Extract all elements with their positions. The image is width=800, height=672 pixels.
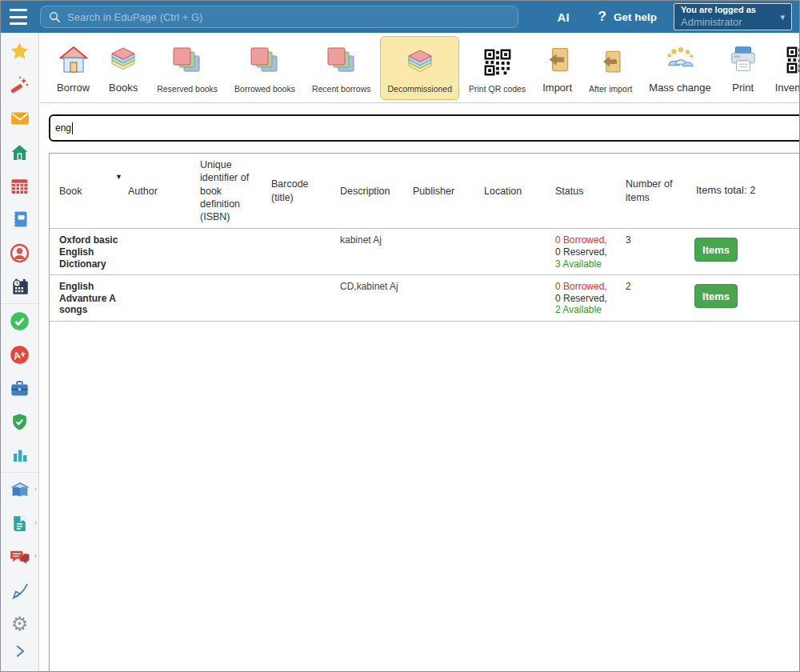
status-available: 2 Available [555,304,602,315]
open-book-icon [9,480,31,500]
gear-icon: ⚙ [11,614,29,634]
sidebar-item-approvals[interactable] [1,304,38,338]
sidebar-item-agenda[interactable] [1,371,38,405]
qr-code-icon [482,47,513,78]
toolbar-item-label: Recent borrows [312,84,371,94]
sidebar-item-chat[interactable]: › [1,540,38,574]
toolbar-item-label: Books [109,82,138,94]
person-circle-icon [9,242,30,264]
sidebar-expand-button[interactable] [1,641,38,662]
sidebar-item-star[interactable] [1,34,38,68]
table-header-row: Book ▼ Author Unique identifier of book … [50,154,800,229]
column-header-location: Location [474,154,546,228]
ai-button[interactable]: AI [558,10,570,24]
toolbar-item-label: Decommissioned [387,84,452,94]
toolbar-item-reserved-books[interactable]: Reserved books [150,36,225,100]
toolbar-item-import[interactable]: Import [535,36,579,100]
sidebar-item-home[interactable] [1,135,38,169]
toolbar-item-print-qr-codes[interactable]: Print QR codes [462,36,533,100]
calendar-clock-icon [10,276,30,297]
cell-book: English Advanture A songs [50,275,118,321]
column-header-publisher: Publisher [403,154,474,228]
toolbar-item-books[interactable]: Books [99,36,147,100]
cell-description: kabinet Aj [330,229,403,274]
speech-bubbles-icon [9,547,30,567]
bar-chart-icon [10,446,30,465]
sidebar-item-library[interactable]: › [1,473,38,506]
toolbar-item-borrow[interactable]: Borrow [50,36,97,100]
cell-barcode [262,229,330,274]
get-help-button[interactable]: Get help [614,11,657,23]
sidebar-item-control[interactable] [1,405,38,438]
column-header-isbn: Unique identifier of book definition (IS… [190,154,262,228]
cell-action: Items [686,275,800,321]
search-icon [49,11,61,23]
qr-code-icon [785,45,800,75]
global-search-input[interactable]: Search in EduPage (Ctrl + G) [40,6,518,28]
cell-isbn [190,229,262,274]
toolbar-item-inventories[interactable]: Inventories [768,36,800,100]
content-area: eng Book ▼ Author Unique identifier of b… [39,103,800,672]
filter-value: eng [55,122,71,134]
edupage-window: Search in EduPage (Ctrl + G) AI ? Get he… [0,0,800,672]
sidebar-item-plan[interactable] [1,270,38,303]
stacked-cards-icon [171,46,203,78]
menu-icon[interactable] [10,9,30,25]
house-icon [58,44,90,76]
sidebar-item-wizard[interactable] [1,68,38,102]
cell-location [474,275,546,321]
cell-isbn [190,275,262,321]
toolbar-item-print[interactable]: Print [721,36,766,100]
user-menu[interactable]: You are logged as Administrator ▾ [674,3,792,30]
sidebar-item-signature[interactable] [1,574,38,607]
items-button[interactable]: Items [694,284,738,308]
help-question-icon[interactable]: ? [598,9,606,25]
sidebar-item-documents[interactable]: › [1,506,38,540]
toolbar-item-mass-change[interactable]: Mass change [642,36,718,100]
sidebar-item-timetable[interactable] [1,169,38,202]
column-header-book[interactable]: Book ▼ [50,154,118,228]
sidebar-item-statistics[interactable] [1,438,38,472]
status-reserved: 0 Reserved, [555,293,607,304]
toolbar-item-borrowed-books[interactable]: Borrowed books [227,36,302,100]
toolbar-item-decommissioned[interactable]: Decommissioned [380,36,459,100]
toolbar-item-recent-borrows[interactable]: Recent borrows [305,36,378,100]
status-borrowed: 0 Borrowed, [555,281,607,292]
search-placeholder: Search in EduPage (Ctrl + G) [67,11,202,23]
sidebar-item-teacher[interactable] [1,236,38,270]
cell-status: 0 Borrowed, 0 Reserved, 2 Available [546,275,616,321]
toolbar-item-label: Print QR codes [469,84,526,94]
sidebar-item-settings[interactable]: ⚙ [1,607,38,641]
timetable-grid-icon [10,176,30,196]
star-icon [9,41,30,62]
filter-input[interactable]: eng [49,114,800,142]
magic-wand-icon [10,75,30,95]
printer-icon [728,45,758,75]
column-header-author: Author [118,154,190,228]
sidebar-item-classbook[interactable] [1,202,38,236]
chevron-right-icon: › [34,518,37,526]
book-stack-icon [106,44,140,76]
chevron-right-icon: › [34,552,37,560]
chevron-right-icon [14,645,26,658]
sidebar-item-messages[interactable] [1,102,38,135]
column-header-status: Status [546,154,616,228]
items-button[interactable]: Items [694,238,738,262]
import-arrow-icon [543,45,572,75]
toolbar-item-label: Inventories [775,82,800,94]
stacked-cards-icon [326,46,358,78]
chevron-right-icon: › [34,485,37,493]
sidebar-item-grades[interactable]: A+ [1,338,38,371]
pen-icon [10,580,30,601]
cell-author [118,275,190,321]
people-group-icon [663,45,697,75]
toolbar-item-after-import[interactable]: After import [582,36,639,100]
cell-author [118,229,190,274]
book-stack-icon [403,46,437,78]
status-reserved: 0 Reserved, [555,246,607,258]
toolbar-item-label: Reserved books [157,84,218,94]
table-empty-space [50,322,800,671]
check-badge-icon [9,310,30,332]
books-table: Book ▼ Author Unique identifier of book … [49,153,800,672]
toolbar-item-label: After import [589,84,632,94]
